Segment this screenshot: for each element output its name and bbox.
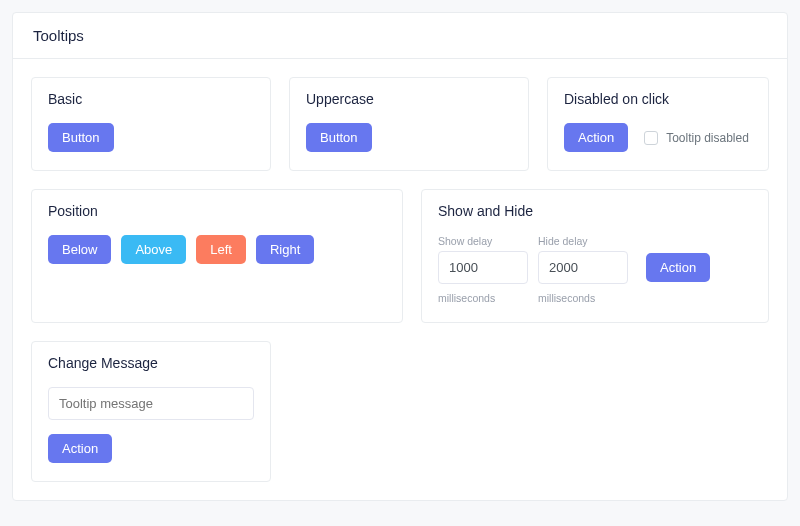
- card-uppercase: Uppercase Button: [289, 77, 529, 171]
- checkbox-label: Tooltip disabled: [666, 131, 749, 145]
- card-disabled-title: Disabled on click: [548, 78, 768, 113]
- position-above-button[interactable]: Above: [121, 235, 186, 264]
- tooltip-message-input[interactable]: [48, 387, 254, 420]
- page-body: Basic Button Uppercase Button Disabled o…: [13, 59, 787, 500]
- card-basic-title: Basic: [32, 78, 270, 113]
- row-2: Position Below Above Left Right Show and…: [31, 189, 769, 323]
- hide-delay-label: Hide delay: [538, 235, 628, 247]
- card-basic: Basic Button: [31, 77, 271, 171]
- hide-delay-hint: milliseconds: [538, 292, 628, 304]
- tooltips-page: Tooltips Basic Button Uppercase Button D…: [12, 12, 788, 501]
- card-disabled-on-click: Disabled on click Action Tooltip disable…: [547, 77, 769, 171]
- showhide-action-button[interactable]: Action: [646, 253, 710, 282]
- hide-delay-field: Hide delay milliseconds: [538, 235, 628, 304]
- position-below-button[interactable]: Below: [48, 235, 111, 264]
- basic-button[interactable]: Button: [48, 123, 114, 152]
- card-position: Position Below Above Left Right: [31, 189, 403, 323]
- page-title: Tooltips: [13, 13, 787, 59]
- card-change-title: Change Message: [32, 342, 270, 377]
- checkbox-box-icon: [644, 131, 658, 145]
- uppercase-button[interactable]: Button: [306, 123, 372, 152]
- card-uppercase-title: Uppercase: [290, 78, 528, 113]
- position-right-button[interactable]: Right: [256, 235, 314, 264]
- show-delay-hint: milliseconds: [438, 292, 528, 304]
- tooltip-disabled-checkbox[interactable]: Tooltip disabled: [644, 131, 749, 145]
- show-delay-label: Show delay: [438, 235, 528, 247]
- card-change-message: Change Message Action: [31, 341, 271, 482]
- position-left-button[interactable]: Left: [196, 235, 246, 264]
- hide-delay-input[interactable]: [538, 251, 628, 284]
- change-action-button[interactable]: Action: [48, 434, 112, 463]
- card-position-title: Position: [32, 190, 402, 225]
- card-show-and-hide: Show and Hide Show delay milliseconds Hi…: [421, 189, 769, 323]
- row-1: Basic Button Uppercase Button Disabled o…: [31, 77, 769, 171]
- disabled-action-button[interactable]: Action: [564, 123, 628, 152]
- show-delay-input[interactable]: [438, 251, 528, 284]
- show-delay-field: Show delay milliseconds: [438, 235, 528, 304]
- row-3: Change Message Action: [31, 341, 769, 482]
- card-showhide-title: Show and Hide: [422, 190, 768, 225]
